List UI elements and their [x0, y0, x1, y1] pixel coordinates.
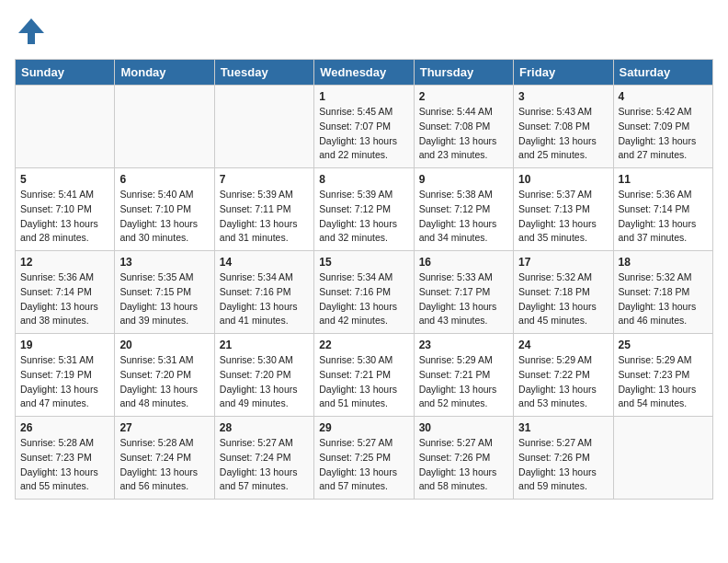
day-info: Sunrise: 5:27 AMSunset: 7:26 PMDaylight:… [518, 436, 608, 494]
calendar-cell: 5Sunrise: 5:41 AMSunset: 7:10 PMDaylight… [16, 168, 115, 251]
day-number: 26 [20, 421, 109, 434]
day-info: Sunrise: 5:42 AMSunset: 7:09 PMDaylight:… [619, 105, 708, 163]
calendar-cell: 3Sunrise: 5:43 AMSunset: 7:08 PMDaylight… [514, 86, 613, 168]
weekday-header: Tuesday [214, 60, 313, 86]
calendar-cell: 31Sunrise: 5:27 AMSunset: 7:26 PMDayligh… [514, 417, 613, 500]
day-number: 27 [119, 421, 209, 434]
day-number: 1 [319, 90, 408, 103]
day-info: Sunrise: 5:29 AMSunset: 7:22 PMDaylight:… [518, 353, 608, 411]
calendar-cell: 6Sunrise: 5:40 AMSunset: 7:10 PMDaylight… [115, 168, 214, 251]
day-info: Sunrise: 5:36 AMSunset: 7:14 PMDaylight:… [619, 188, 708, 246]
calendar-cell: 30Sunrise: 5:27 AMSunset: 7:26 PMDayligh… [414, 417, 513, 500]
calendar-cell: 12Sunrise: 5:36 AMSunset: 7:14 PMDayligh… [16, 251, 115, 334]
calendar-cell: 17Sunrise: 5:32 AMSunset: 7:18 PMDayligh… [514, 251, 613, 334]
weekday-header: Sunday [16, 60, 115, 86]
calendar-cell: 10Sunrise: 5:37 AMSunset: 7:13 PMDayligh… [514, 168, 613, 251]
day-number: 19 [20, 339, 109, 351]
calendar-cell: 13Sunrise: 5:35 AMSunset: 7:15 PMDayligh… [115, 251, 214, 334]
calendar-cell: 14Sunrise: 5:34 AMSunset: 7:16 PMDayligh… [214, 251, 313, 334]
day-number: 5 [20, 173, 109, 186]
day-info: Sunrise: 5:27 AMSunset: 7:26 PMDaylight:… [419, 436, 508, 494]
day-info: Sunrise: 5:32 AMSunset: 7:18 PMDaylight:… [619, 270, 708, 328]
calendar-cell [613, 417, 712, 500]
calendar-week-row: 19Sunrise: 5:31 AMSunset: 7:19 PMDayligh… [16, 334, 713, 417]
day-number: 31 [518, 421, 608, 434]
calendar-cell: 19Sunrise: 5:31 AMSunset: 7:19 PMDayligh… [16, 334, 115, 417]
day-number: 13 [119, 256, 209, 269]
calendar-cell: 22Sunrise: 5:30 AMSunset: 7:21 PMDayligh… [314, 334, 414, 417]
day-info: Sunrise: 5:30 AMSunset: 7:20 PMDaylight:… [220, 353, 309, 411]
day-number: 22 [319, 339, 408, 351]
weekday-header: Wednesday [314, 60, 414, 86]
calendar-week-row: 1Sunrise: 5:45 AMSunset: 7:07 PMDaylight… [16, 86, 713, 168]
calendar-week-row: 5Sunrise: 5:41 AMSunset: 7:10 PMDaylight… [16, 168, 713, 251]
day-info: Sunrise: 5:33 AMSunset: 7:17 PMDaylight:… [419, 270, 508, 328]
day-info: Sunrise: 5:37 AMSunset: 7:13 PMDaylight:… [518, 188, 608, 246]
calendar-cell: 28Sunrise: 5:27 AMSunset: 7:24 PMDayligh… [214, 417, 313, 500]
day-number: 12 [20, 256, 109, 269]
calendar-cell: 4Sunrise: 5:42 AMSunset: 7:09 PMDaylight… [613, 86, 712, 168]
weekday-header: Saturday [613, 60, 712, 86]
day-number: 20 [119, 339, 209, 351]
day-info: Sunrise: 5:43 AMSunset: 7:08 PMDaylight:… [518, 105, 608, 163]
day-info: Sunrise: 5:35 AMSunset: 7:15 PMDaylight:… [119, 270, 209, 328]
calendar-week-row: 26Sunrise: 5:28 AMSunset: 7:23 PMDayligh… [16, 417, 713, 500]
calendar-cell: 11Sunrise: 5:36 AMSunset: 7:14 PMDayligh… [613, 168, 712, 251]
calendar-table: SundayMondayTuesdayWednesdayThursdayFrid… [15, 59, 713, 500]
day-info: Sunrise: 5:27 AMSunset: 7:25 PMDaylight:… [319, 436, 408, 494]
calendar-cell [214, 86, 313, 168]
day-number: 8 [319, 173, 408, 186]
calendar-cell [115, 86, 214, 168]
day-number: 21 [220, 339, 309, 351]
weekday-header-row: SundayMondayTuesdayWednesdayThursdayFrid… [16, 60, 713, 86]
calendar-cell: 21Sunrise: 5:30 AMSunset: 7:20 PMDayligh… [214, 334, 313, 417]
calendar-cell: 9Sunrise: 5:38 AMSunset: 7:12 PMDaylight… [414, 168, 513, 251]
day-number: 16 [419, 256, 508, 269]
calendar-cell: 23Sunrise: 5:29 AMSunset: 7:21 PMDayligh… [414, 334, 513, 417]
calendar-cell: 18Sunrise: 5:32 AMSunset: 7:18 PMDayligh… [613, 251, 712, 334]
calendar-cell: 16Sunrise: 5:33 AMSunset: 7:17 PMDayligh… [414, 251, 513, 334]
day-info: Sunrise: 5:36 AMSunset: 7:14 PMDaylight:… [20, 270, 109, 328]
calendar-cell: 20Sunrise: 5:31 AMSunset: 7:20 PMDayligh… [115, 334, 214, 417]
weekday-header: Thursday [414, 60, 513, 86]
day-number: 9 [419, 173, 508, 186]
weekday-header: Friday [514, 60, 613, 86]
calendar-cell: 2Sunrise: 5:44 AMSunset: 7:08 PMDaylight… [414, 86, 513, 168]
day-number: 11 [619, 173, 708, 186]
day-number: 7 [220, 173, 309, 186]
logo-icon [15, 15, 48, 48]
day-number: 15 [319, 256, 408, 269]
calendar-cell: 25Sunrise: 5:29 AMSunset: 7:23 PMDayligh… [613, 334, 712, 417]
calendar-cell [16, 86, 115, 168]
day-number: 18 [619, 256, 708, 269]
day-info: Sunrise: 5:44 AMSunset: 7:08 PMDaylight:… [419, 105, 508, 163]
calendar-cell: 26Sunrise: 5:28 AMSunset: 7:23 PMDayligh… [16, 417, 115, 500]
day-number: 14 [220, 256, 309, 269]
calendar-cell: 29Sunrise: 5:27 AMSunset: 7:25 PMDayligh… [314, 417, 414, 500]
day-info: Sunrise: 5:39 AMSunset: 7:11 PMDaylight:… [220, 188, 309, 246]
day-info: Sunrise: 5:45 AMSunset: 7:07 PMDaylight:… [319, 105, 408, 163]
day-info: Sunrise: 5:39 AMSunset: 7:12 PMDaylight:… [319, 188, 408, 246]
calendar-cell: 24Sunrise: 5:29 AMSunset: 7:22 PMDayligh… [514, 334, 613, 417]
day-number: 23 [419, 339, 508, 351]
day-number: 2 [419, 90, 508, 103]
day-number: 30 [419, 421, 508, 434]
calendar-cell: 15Sunrise: 5:34 AMSunset: 7:16 PMDayligh… [314, 251, 414, 334]
logo [15, 15, 51, 48]
day-info: Sunrise: 5:28 AMSunset: 7:23 PMDaylight:… [20, 436, 109, 494]
day-info: Sunrise: 5:29 AMSunset: 7:21 PMDaylight:… [419, 353, 508, 411]
calendar-cell: 1Sunrise: 5:45 AMSunset: 7:07 PMDaylight… [314, 86, 414, 168]
day-number: 28 [220, 421, 309, 434]
day-info: Sunrise: 5:31 AMSunset: 7:19 PMDaylight:… [20, 353, 109, 411]
day-number: 29 [319, 421, 408, 434]
day-number: 3 [518, 90, 608, 103]
day-info: Sunrise: 5:34 AMSunset: 7:16 PMDaylight:… [319, 270, 408, 328]
day-info: Sunrise: 5:41 AMSunset: 7:10 PMDaylight:… [20, 188, 109, 246]
day-number: 6 [119, 173, 209, 186]
day-number: 25 [619, 339, 708, 351]
day-info: Sunrise: 5:34 AMSunset: 7:16 PMDaylight:… [220, 270, 309, 328]
page-header [15, 15, 713, 48]
calendar-cell: 7Sunrise: 5:39 AMSunset: 7:11 PMDaylight… [214, 168, 313, 251]
day-number: 24 [518, 339, 608, 351]
calendar-cell: 27Sunrise: 5:28 AMSunset: 7:24 PMDayligh… [115, 417, 214, 500]
